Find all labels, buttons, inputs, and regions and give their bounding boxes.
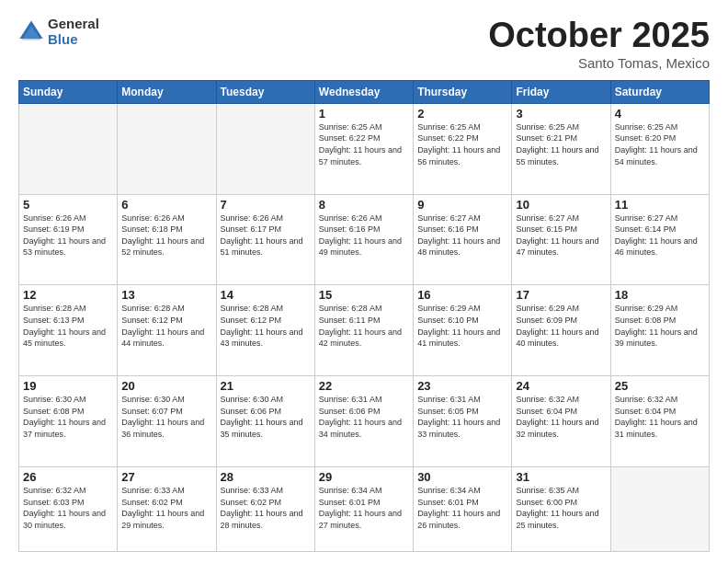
table-row: 18Sunrise: 6:29 AM Sunset: 6:08 PM Dayli… xyxy=(610,285,709,376)
day-number: 17 xyxy=(516,288,606,302)
day-number: 29 xyxy=(319,470,409,484)
table-row: 1Sunrise: 6:25 AM Sunset: 6:22 PM Daylig… xyxy=(314,103,413,194)
day-info: Sunrise: 6:30 AM Sunset: 6:07 PM Dayligh… xyxy=(121,394,211,440)
calendar-header-row: Sunday Monday Tuesday Wednesday Thursday… xyxy=(19,80,710,103)
day-info: Sunrise: 6:28 AM Sunset: 6:11 PM Dayligh… xyxy=(319,303,409,349)
day-number: 26 xyxy=(23,470,113,484)
table-row: 26Sunrise: 6:32 AM Sunset: 6:03 PM Dayli… xyxy=(19,466,118,551)
day-info: Sunrise: 6:26 AM Sunset: 6:19 PM Dayligh… xyxy=(23,213,113,259)
day-info: Sunrise: 6:25 AM Sunset: 6:21 PM Dayligh… xyxy=(516,121,606,167)
table-row: 2Sunrise: 6:25 AM Sunset: 6:22 PM Daylig… xyxy=(414,103,512,194)
day-number: 30 xyxy=(417,470,507,484)
col-sunday: Sunday xyxy=(19,80,118,103)
table-row: 22Sunrise: 6:31 AM Sunset: 6:06 PM Dayli… xyxy=(314,376,413,467)
day-info: Sunrise: 6:27 AM Sunset: 6:14 PM Dayligh… xyxy=(615,213,705,259)
table-row: 15Sunrise: 6:28 AM Sunset: 6:11 PM Dayli… xyxy=(314,285,413,376)
col-tuesday: Tuesday xyxy=(216,80,314,103)
day-number: 28 xyxy=(221,470,311,484)
day-number: 20 xyxy=(121,379,211,393)
table-row: 23Sunrise: 6:31 AM Sunset: 6:05 PM Dayli… xyxy=(414,376,512,467)
title-block: October 2025 Santo Tomas, Mexico xyxy=(488,17,710,71)
day-number: 5 xyxy=(23,198,113,212)
day-number: 3 xyxy=(516,107,606,121)
table-row: 29Sunrise: 6:34 AM Sunset: 6:01 PM Dayli… xyxy=(314,466,413,551)
logo-blue-text: Blue xyxy=(48,32,99,48)
day-info: Sunrise: 6:32 AM Sunset: 6:04 PM Dayligh… xyxy=(516,394,606,440)
table-row: 21Sunrise: 6:30 AM Sunset: 6:06 PM Dayli… xyxy=(216,376,314,467)
table-row: 12Sunrise: 6:28 AM Sunset: 6:13 PM Dayli… xyxy=(19,285,118,376)
day-number: 16 xyxy=(417,288,507,302)
day-info: Sunrise: 6:30 AM Sunset: 6:08 PM Dayligh… xyxy=(23,394,113,440)
table-row xyxy=(118,103,216,194)
page: General Blue October 2025 Santo Tomas, M… xyxy=(0,0,728,563)
header: General Blue October 2025 Santo Tomas, M… xyxy=(18,17,710,71)
day-number: 7 xyxy=(221,198,311,212)
day-info: Sunrise: 6:32 AM Sunset: 6:04 PM Dayligh… xyxy=(615,394,705,440)
day-info: Sunrise: 6:30 AM Sunset: 6:06 PM Dayligh… xyxy=(221,394,311,440)
table-row: 8Sunrise: 6:26 AM Sunset: 6:16 PM Daylig… xyxy=(314,194,413,285)
day-number: 11 xyxy=(615,198,705,212)
day-info: Sunrise: 6:28 AM Sunset: 6:13 PM Dayligh… xyxy=(23,303,113,349)
col-monday: Monday xyxy=(118,80,216,103)
day-number: 31 xyxy=(516,470,606,484)
table-row: 10Sunrise: 6:27 AM Sunset: 6:15 PM Dayli… xyxy=(512,194,610,285)
day-info: Sunrise: 6:29 AM Sunset: 6:09 PM Dayligh… xyxy=(516,303,606,349)
table-row: 11Sunrise: 6:27 AM Sunset: 6:14 PM Dayli… xyxy=(610,194,709,285)
day-info: Sunrise: 6:26 AM Sunset: 6:18 PM Dayligh… xyxy=(121,213,211,259)
day-info: Sunrise: 6:28 AM Sunset: 6:12 PM Dayligh… xyxy=(121,303,211,349)
table-row xyxy=(19,103,118,194)
logo: General Blue xyxy=(18,17,99,47)
table-row: 27Sunrise: 6:33 AM Sunset: 6:02 PM Dayli… xyxy=(118,466,216,551)
table-row: 31Sunrise: 6:35 AM Sunset: 6:00 PM Dayli… xyxy=(512,466,610,551)
col-wednesday: Wednesday xyxy=(314,80,413,103)
table-row: 17Sunrise: 6:29 AM Sunset: 6:09 PM Dayli… xyxy=(512,285,610,376)
logo-general-text: General xyxy=(48,17,99,32)
table-row: 20Sunrise: 6:30 AM Sunset: 6:07 PM Dayli… xyxy=(118,376,216,467)
day-number: 22 xyxy=(319,379,409,393)
day-number: 8 xyxy=(319,198,409,212)
day-info: Sunrise: 6:25 AM Sunset: 6:22 PM Dayligh… xyxy=(319,121,409,167)
table-row: 28Sunrise: 6:33 AM Sunset: 6:02 PM Dayli… xyxy=(216,466,314,551)
day-info: Sunrise: 6:33 AM Sunset: 6:02 PM Dayligh… xyxy=(221,485,311,531)
day-info: Sunrise: 6:26 AM Sunset: 6:17 PM Dayligh… xyxy=(221,213,311,259)
day-number: 1 xyxy=(319,107,409,121)
day-info: Sunrise: 6:31 AM Sunset: 6:05 PM Dayligh… xyxy=(417,394,507,440)
day-info: Sunrise: 6:28 AM Sunset: 6:12 PM Dayligh… xyxy=(221,303,311,349)
table-row: 13Sunrise: 6:28 AM Sunset: 6:12 PM Dayli… xyxy=(118,285,216,376)
day-number: 21 xyxy=(221,379,311,393)
day-info: Sunrise: 6:34 AM Sunset: 6:01 PM Dayligh… xyxy=(319,485,409,531)
calendar: Sunday Monday Tuesday Wednesday Thursday… xyxy=(18,80,710,552)
table-row: 25Sunrise: 6:32 AM Sunset: 6:04 PM Dayli… xyxy=(610,376,709,467)
table-row: 24Sunrise: 6:32 AM Sunset: 6:04 PM Dayli… xyxy=(512,376,610,467)
col-thursday: Thursday xyxy=(414,80,512,103)
day-number: 18 xyxy=(615,288,705,302)
day-info: Sunrise: 6:31 AM Sunset: 6:06 PM Dayligh… xyxy=(319,394,409,440)
day-info: Sunrise: 6:25 AM Sunset: 6:22 PM Dayligh… xyxy=(417,121,507,167)
logo-icon xyxy=(18,19,44,45)
day-info: Sunrise: 6:32 AM Sunset: 6:03 PM Dayligh… xyxy=(23,485,113,531)
table-row: 30Sunrise: 6:34 AM Sunset: 6:01 PM Dayli… xyxy=(414,466,512,551)
day-number: 19 xyxy=(23,379,113,393)
day-number: 15 xyxy=(319,288,409,302)
table-row: 19Sunrise: 6:30 AM Sunset: 6:08 PM Dayli… xyxy=(19,376,118,467)
day-number: 2 xyxy=(417,107,507,121)
day-number: 6 xyxy=(121,198,211,212)
table-row: 6Sunrise: 6:26 AM Sunset: 6:18 PM Daylig… xyxy=(118,194,216,285)
table-row: 16Sunrise: 6:29 AM Sunset: 6:10 PM Dayli… xyxy=(414,285,512,376)
col-saturday: Saturday xyxy=(610,80,709,103)
day-number: 4 xyxy=(615,107,705,121)
day-number: 9 xyxy=(417,198,507,212)
logo-text: General Blue xyxy=(48,17,99,47)
day-number: 24 xyxy=(516,379,606,393)
table-row xyxy=(610,466,709,551)
day-number: 10 xyxy=(516,198,606,212)
table-row: 7Sunrise: 6:26 AM Sunset: 6:17 PM Daylig… xyxy=(216,194,314,285)
day-number: 13 xyxy=(121,288,211,302)
table-row: 3Sunrise: 6:25 AM Sunset: 6:21 PM Daylig… xyxy=(512,103,610,194)
day-info: Sunrise: 6:25 AM Sunset: 6:20 PM Dayligh… xyxy=(615,121,705,167)
table-row: 14Sunrise: 6:28 AM Sunset: 6:12 PM Dayli… xyxy=(216,285,314,376)
day-info: Sunrise: 6:34 AM Sunset: 6:01 PM Dayligh… xyxy=(417,485,507,531)
table-row: 5Sunrise: 6:26 AM Sunset: 6:19 PM Daylig… xyxy=(19,194,118,285)
table-row: 4Sunrise: 6:25 AM Sunset: 6:20 PM Daylig… xyxy=(610,103,709,194)
location-subtitle: Santo Tomas, Mexico xyxy=(488,55,710,71)
